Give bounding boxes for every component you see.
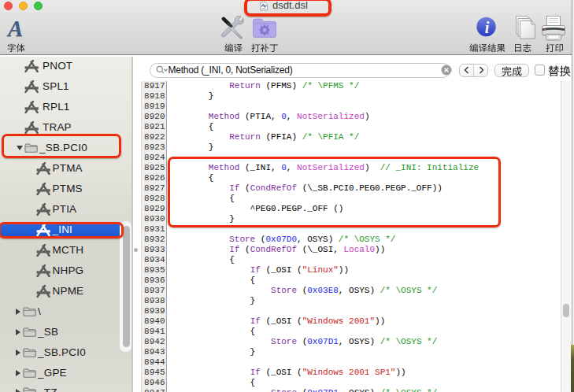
- svg-text:i: i: [485, 19, 490, 36]
